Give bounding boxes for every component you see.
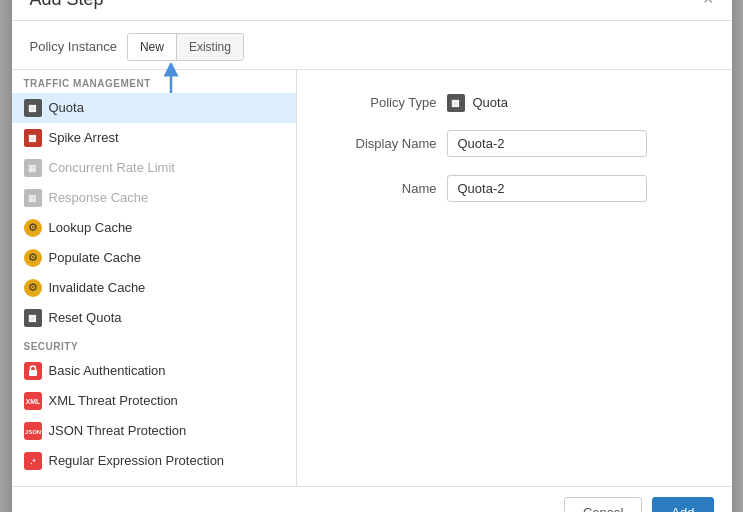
modal-body: Policy Instance New Existing: [12, 21, 732, 486]
json-threat-icon: JSON: [24, 422, 42, 440]
add-button[interactable]: Add: [652, 497, 713, 513]
basic-auth-icon: [24, 362, 42, 380]
reset-quota-icon: ▦: [24, 309, 42, 327]
regex-icon: .*: [24, 452, 42, 470]
invalidate-cache-label: Invalidate Cache: [49, 280, 146, 295]
list-item-lookup-cache[interactable]: ⚙ Lookup Cache: [12, 213, 296, 243]
modal: Add Step × Policy Instance New Existing: [12, 0, 732, 512]
list-item-invalidate-cache[interactable]: ⚙ Invalidate Cache: [12, 273, 296, 303]
regex-label: Regular Expression Protection: [49, 453, 225, 468]
name-label: Name: [327, 181, 437, 196]
right-panel: Policy Type ▦ Quota Display Name Name: [297, 70, 732, 486]
modal-footer: Cancel Add: [12, 486, 732, 513]
left-panel: TRAFFIC MANAGEMENT ▦ Quota ▦ Spike Arres…: [12, 70, 297, 486]
cancel-button[interactable]: Cancel: [564, 497, 642, 513]
quota-label: Quota: [49, 100, 84, 115]
section-traffic-header: TRAFFIC MANAGEMENT: [12, 70, 296, 93]
basic-auth-label: Basic Authentication: [49, 363, 166, 378]
list-item-response-cache: ▦ Response Cache: [12, 183, 296, 213]
arrow-indicator: [160, 63, 182, 98]
populate-cache-label: Populate Cache: [49, 250, 142, 265]
svg-rect-3: [29, 370, 37, 376]
svg-text:.*: .*: [30, 457, 36, 466]
policy-type-value: ▦ Quota: [447, 94, 508, 112]
list-item-json-threat[interactable]: JSON JSON Threat Protection: [12, 416, 296, 446]
policy-instance-row: Policy Instance New Existing: [12, 21, 732, 69]
policy-type-icon: ▦: [447, 94, 465, 112]
concurrent-icon: ▦: [24, 159, 42, 177]
modal-header: Add Step ×: [12, 0, 732, 21]
name-input[interactable]: [447, 175, 647, 202]
list-item-quota[interactable]: ▦ Quota: [12, 93, 296, 123]
spike-arrest-label: Spike Arrest: [49, 130, 119, 145]
content-area: TRAFFIC MANAGEMENT ▦ Quota ▦ Spike Arres…: [12, 69, 732, 486]
invalidate-cache-icon: ⚙: [24, 279, 42, 297]
svg-text:JSON: JSON: [25, 429, 41, 435]
list-item-spike-arrest[interactable]: ▦ Spike Arrest: [12, 123, 296, 153]
tab-new[interactable]: New: [128, 34, 177, 60]
xml-threat-label: XML Threat Protection: [49, 393, 178, 408]
list-item-xml-threat[interactable]: XML XML Threat Protection: [12, 386, 296, 416]
lookup-cache-icon: ⚙: [24, 219, 42, 237]
policy-type-row: Policy Type ▦ Quota: [327, 94, 702, 112]
close-button[interactable]: ×: [703, 0, 714, 8]
xml-threat-icon: XML: [24, 392, 42, 410]
concurrent-label: Concurrent Rate Limit: [49, 160, 175, 175]
list-item-regex[interactable]: .* Regular Expression Protection: [12, 446, 296, 476]
reset-quota-label: Reset Quota: [49, 310, 122, 325]
json-threat-label: JSON Threat Protection: [49, 423, 187, 438]
tab-existing[interactable]: Existing: [177, 34, 243, 60]
modal-overlay: Add Step × Policy Instance New Existing: [0, 0, 743, 512]
lookup-cache-label: Lookup Cache: [49, 220, 133, 235]
policy-instance-label: Policy Instance: [30, 39, 117, 54]
display-name-label: Display Name: [327, 136, 437, 151]
list-item-reset-quota[interactable]: ▦ Reset Quota: [12, 303, 296, 333]
quota-icon: ▦: [24, 99, 42, 117]
populate-cache-icon: ⚙: [24, 249, 42, 267]
spike-icon: ▦: [24, 129, 42, 147]
policy-type-text: Quota: [473, 95, 508, 110]
section-security-header: SECURITY: [12, 333, 296, 356]
modal-title: Add Step: [30, 0, 104, 10]
response-cache-icon: ▦: [24, 189, 42, 207]
list-item-populate-cache[interactable]: ⚙ Populate Cache: [12, 243, 296, 273]
display-name-input[interactable]: [447, 130, 647, 157]
policy-type-label: Policy Type: [327, 95, 437, 110]
svg-text:XML: XML: [25, 398, 40, 405]
name-row: Name: [327, 175, 702, 202]
list-item-concurrent: ▦ Concurrent Rate Limit: [12, 153, 296, 183]
list-item-basic-auth[interactable]: Basic Authentication: [12, 356, 296, 386]
response-cache-label: Response Cache: [49, 190, 149, 205]
display-name-row: Display Name: [327, 130, 702, 157]
tab-group: New Existing: [127, 33, 244, 61]
